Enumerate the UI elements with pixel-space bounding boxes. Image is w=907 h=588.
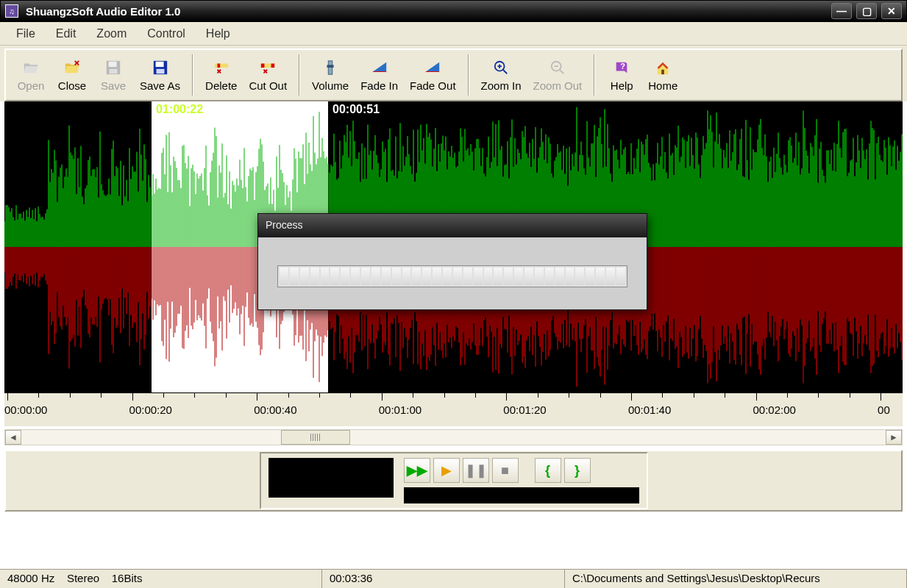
time-display (268, 458, 394, 498)
saveas-icon (151, 59, 170, 76)
ruler-label: 00:00:00 (4, 404, 47, 416)
window-title: ShuangzSoft Audio Editor 1.0 (26, 5, 831, 18)
svg-rect-10 (271, 63, 275, 68)
ruler-label: 00:00:40 (254, 404, 296, 416)
volume-button[interactable]: Volume (306, 51, 355, 98)
menubar: File Edit Zoom Control Help (0, 22, 907, 46)
close-window-button[interactable]: ✕ (881, 3, 902, 19)
open-button: Open (10, 51, 51, 98)
titlebar: ♫ ShuangzSoft Audio Editor 1.0 — ▢ ✕ (0, 0, 907, 22)
bracket-close-icon: } (575, 463, 580, 478)
fadeout-label: Fade Out (410, 79, 456, 92)
fadeout-icon (423, 59, 442, 76)
status-channels: Stereo (67, 572, 99, 584)
scroll-track[interactable] (21, 430, 886, 445)
home-button[interactable]: Home (642, 51, 683, 98)
status-rate: 48000 Hz (7, 572, 54, 584)
close-label: Close (58, 79, 86, 92)
delete-label: Delete (205, 79, 237, 92)
play-selection-button[interactable]: ▶▶ (404, 458, 430, 483)
horizontal-scrollbar[interactable]: ◄ ► (4, 429, 903, 445)
fadeout-button[interactable]: Fade Out (404, 51, 462, 98)
menu-file[interactable]: File (7, 24, 44, 43)
scroll-right-button[interactable]: ► (886, 430, 902, 445)
folder-close-icon (63, 59, 82, 76)
maximize-button[interactable]: ▢ (856, 3, 877, 19)
svg-rect-16 (661, 69, 664, 74)
ruler-label: 00 (878, 404, 890, 416)
status-bits: 16Bits (112, 572, 143, 584)
statusbar: 48000 Hz Stereo 16Bits 00:03:36 C:\Docum… (0, 569, 907, 588)
marker-start-button[interactable]: { (535, 458, 561, 483)
bracket-open-icon: { (545, 463, 550, 478)
open-label: Open (18, 79, 45, 92)
cut-icon (258, 59, 277, 76)
process-dialog: Process (257, 213, 647, 310)
zoomin-icon (491, 59, 511, 76)
ruler-label: 00:01:20 (503, 404, 546, 416)
delete-button[interactable]: Delete (199, 51, 243, 98)
svg-rect-7 (217, 63, 220, 68)
help-label: Help (611, 79, 633, 92)
menu-zoom[interactable]: Zoom (88, 24, 135, 43)
zoomout-label: Zoom Out (533, 79, 583, 92)
progress-bar (277, 265, 627, 287)
toolbar: Open Close Save Save As Delete Cut Out V… (4, 49, 903, 101)
svg-rect-5 (156, 68, 164, 73)
svg-rect-4 (155, 61, 163, 66)
minimize-button[interactable]: — (831, 3, 852, 19)
svg-rect-1 (109, 61, 117, 66)
pause-icon: ❚❚ (465, 462, 487, 478)
app-icon: ♫ (5, 4, 18, 18)
delete-icon (212, 59, 231, 76)
save-label: Save (101, 79, 126, 92)
volume-icon (321, 59, 340, 76)
play-button[interactable]: ▶ (433, 458, 460, 483)
status-path: C:\Documents and Settings\Jesus\Desktop\… (565, 570, 907, 588)
volume-label: Volume (312, 79, 349, 92)
zoomin-label: Zoom In (481, 79, 522, 92)
scroll-left-button[interactable]: ◄ (5, 430, 21, 445)
home-label: Home (648, 79, 677, 92)
save-button: Save (93, 51, 134, 98)
pause-button[interactable]: ❚❚ (463, 458, 489, 483)
position-bar[interactable] (404, 487, 639, 503)
cutout-button[interactable]: Cut Out (243, 51, 293, 98)
play-sel-icon: ▶▶ (407, 462, 427, 478)
svg-rect-12 (327, 65, 334, 68)
fadein-button[interactable]: Fade In (355, 51, 404, 98)
ruler-label: 00:00:20 (129, 404, 172, 416)
svg-rect-2 (110, 68, 118, 73)
svg-rect-9 (261, 63, 265, 68)
dialog-title: Process (258, 214, 647, 237)
menu-edit[interactable]: Edit (47, 24, 85, 43)
folder-open-icon (21, 59, 40, 76)
cutout-label: Cut Out (249, 79, 287, 92)
close-button[interactable]: Close (51, 51, 93, 98)
selection-time-label: 01:00:22 (156, 103, 203, 116)
marker-end-button[interactable]: } (564, 458, 591, 483)
play-icon: ▶ (441, 462, 452, 478)
fadein-icon (370, 59, 389, 76)
scroll-thumb[interactable] (281, 430, 350, 445)
home-icon (653, 59, 672, 76)
fadein-label: Fade In (360, 79, 398, 92)
stop-button[interactable]: ■ (492, 458, 519, 483)
cursor-time-label: 00:00:51 (332, 103, 380, 116)
zoomin-button[interactable]: Zoom In (475, 51, 527, 98)
help-button[interactable]: ? Help (601, 51, 642, 98)
ruler-label: 00:02:00 (753, 404, 796, 416)
menu-help[interactable]: Help (197, 24, 239, 43)
stop-icon: ■ (501, 463, 509, 478)
ruler-label: 00:01:40 (628, 404, 671, 416)
ruler-label: 00:01:00 (379, 404, 422, 416)
time-ruler[interactable]: 00:00:0000:00:2000:00:4000:01:0000:01:20… (4, 392, 903, 426)
menu-control[interactable]: Control (138, 24, 194, 43)
saveas-label: Save As (140, 79, 180, 92)
svg-rect-6 (215, 63, 228, 68)
playback-panel: ▶▶ ▶ ❚❚ ■ { } (4, 450, 903, 512)
zoomout-button: Zoom Out (527, 51, 588, 98)
save-icon (104, 59, 123, 76)
saveas-button[interactable]: Save As (134, 51, 186, 98)
status-time: 00:03:36 (322, 570, 565, 588)
